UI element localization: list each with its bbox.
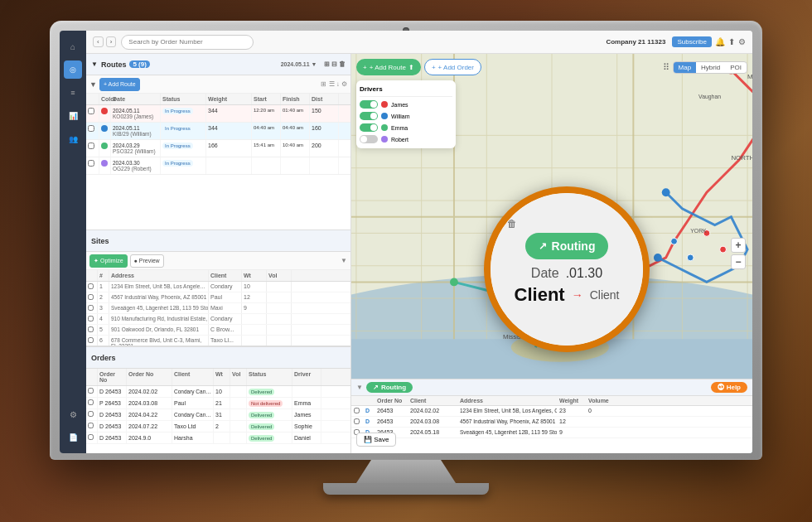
zoom-in-button[interactable]: + [731, 238, 746, 253]
site-row-2[interactable]: 2 4567 Industrial Way, Phoenix, AZ 85001… [86, 292, 350, 303]
routes-header: ▼ Routes 5 (9) 2024.05.11 ▼ ⊞ ⊟ 🗑 [86, 54, 350, 75]
driver-row-4: Robert [360, 133, 452, 145]
mini-table-header: Order No Client Address Weight Volume [351, 396, 752, 406]
order-row-1[interactable]: D 26453 2024.02.02 Condary Canada Inc 10… [86, 386, 350, 398]
share-icon[interactable]: ⬆ [728, 37, 735, 46]
grid-icon: ⠿ [663, 62, 669, 73]
zoom-out-button[interactable]: − [731, 254, 746, 269]
sidebar-icon-list[interactable]: ≡ [64, 84, 82, 102]
company-label: Company 21 11323 [606, 38, 665, 46]
sites-title: Sites [91, 237, 109, 245]
add-route-map-button[interactable]: + + Add Route ⬆ [356, 59, 421, 75]
svg-text:Markham: Markham [747, 73, 752, 80]
help-button[interactable]: ⓵ Help [711, 382, 747, 393]
sidebar-icon-settings[interactable]: ⚙ [64, 405, 82, 423]
subscribe-button[interactable]: Subscribe [672, 36, 712, 47]
svg-text:Mississauga: Mississauga [503, 333, 539, 341]
svg-text:Toronto: Toronto [535, 280, 558, 288]
col-distance: Dist [310, 94, 339, 104]
svg-point-26 [450, 278, 458, 287]
map-container[interactable]: Markham Vaughan NORTH YORK YORK Nashvill… [351, 54, 752, 453]
route-row-1[interactable]: 2024.05.11KO0239 (James) In Progress 344… [86, 105, 350, 123]
sidebar-icon-home[interactable]: ⌂ [64, 37, 82, 56]
monitor-base [323, 483, 489, 495]
sites-filter-icon[interactable]: ▼ [341, 257, 347, 264]
mini-panel-header: ▼ ↗ Routing ⓵ Help [351, 379, 752, 396]
optimize-button[interactable]: ✦ Optimize [89, 254, 128, 268]
col-color: Color [99, 94, 111, 104]
driver-name-1: James [391, 102, 408, 108]
map-type-map[interactable]: Map [674, 62, 697, 73]
col-status: Status [161, 94, 206, 104]
nav-back-button[interactable]: ‹ [93, 36, 104, 47]
right-panel: Markham Vaughan NORTH YORK YORK Nashvill… [351, 54, 752, 453]
order-row-2[interactable]: P 26453 2024.03.08 Paul 21 Not delivered… [86, 398, 350, 409]
driver-toggle-1[interactable] [360, 100, 378, 109]
route-row-2[interactable]: 2024.05.11KIB/29 (William) In Progress 3… [86, 123, 350, 140]
site-row-5[interactable]: 5 901 Oakwood Dr, Orlando, FL 32801 C Br… [86, 325, 350, 336]
order-row-4[interactable]: D 26453 2024.07.22 Taxo Ltd 2 Delivered … [86, 421, 350, 433]
map-type-hybrid[interactable]: Hybrid [696, 62, 725, 73]
filter-icon[interactable]: ▼ [89, 80, 97, 89]
filter-icon-mini[interactable]: ▼ [356, 384, 363, 391]
save-button[interactable]: 💾 Save [356, 433, 396, 447]
driver-color-3 [381, 124, 388, 131]
nav-forward-button[interactable]: › [106, 36, 117, 47]
sidebar-icon-map[interactable]: ◎ [64, 60, 82, 79]
add-order-map-button[interactable]: + + Add Order [424, 59, 481, 75]
route-row-4[interactable]: 2024.03.30OG229 (Robert) In Progress [86, 157, 350, 175]
routes-section: ▼ Routes 5 (9) 2024.05.11 ▼ ⊞ ⊟ 🗑 ▼ + [86, 54, 350, 230]
screen: ⌂ ◎ ≡ 📊 👥 ⚙ 📄 ‹ › [60, 31, 752, 453]
drivers-panel: Drivers James Willi [356, 80, 456, 148]
monitor-stand [356, 460, 456, 483]
sites-header: Sites [86, 230, 350, 252]
monitor-shell: ⌂ ◎ ≡ 📊 👥 ⚙ 📄 ‹ › [50, 21, 762, 501]
top-bar-actions: Company 21 11323 Subscribe 🔔 ⬆ ⚙ [606, 36, 746, 47]
col-date: Date [111, 94, 161, 104]
sites-toolbar: ✦ Optimize ● Preview ▼ [86, 252, 350, 270]
view-icons: ⊞ ⊟ 🗑 [324, 60, 346, 68]
sidebar-icon-docs[interactable]: 📄 [64, 428, 82, 447]
routes-table-header: Color Date Status Weight Start Finish Di… [86, 94, 350, 105]
order-row-5[interactable]: D 26453 2024.9.0 Harsha Delivered Daniel [86, 433, 350, 444]
site-row-4[interactable]: 4 910 Manufacturing Rd, Industrial Estat… [86, 314, 350, 325]
mini-row-1[interactable]: D 26453 2024.02.02 1234 Elm Street, Unit… [351, 406, 752, 417]
zoom-controls: + − [731, 238, 746, 269]
site-row-6[interactable]: 6 678 Commerce Blvd, Unit C-3, Miami, FL… [86, 336, 350, 346]
routing-badge: ↗ Routing [366, 382, 413, 393]
col-weight: Weight [206, 94, 252, 104]
routes-title: ▼ [91, 60, 98, 68]
sidebar-nav: ⌂ ◎ ≡ 📊 👥 ⚙ 📄 [60, 31, 86, 453]
bell-icon[interactable]: 🔔 [715, 37, 725, 46]
sites-table: # Address Client Wt Vol 1 [86, 270, 350, 346]
add-route-button[interactable]: + Add Route [99, 78, 140, 91]
search-input[interactable] [121, 35, 254, 50]
site-row-1[interactable]: 1 1234 Elm Street, Unit 5B, Los Angeles,… [86, 282, 350, 292]
sidebar-icon-chart[interactable]: 📊 [64, 107, 82, 125]
add-order-icon: + [432, 64, 436, 71]
route-row-3[interactable]: 2024.03.29PSO322 (William) In Progress 1… [86, 140, 350, 157]
driver-toggle-3[interactable] [360, 123, 378, 132]
upload-icon: ⬆ [408, 64, 414, 71]
site-row-3[interactable]: 3 Sveaägen 45, Lägenhet 12B, 113 59 Stoc… [86, 303, 350, 314]
order-row-3[interactable]: D 26453 2024.04.22 Condary Canada Inc 31… [86, 409, 350, 421]
orders-title: Orders [91, 354, 116, 362]
map-type-poi[interactable]: POI [725, 62, 747, 73]
settings-icon[interactable]: ⚙ [738, 37, 746, 46]
orders-section: Orders Order No Order No Client Wt [86, 346, 350, 453]
mini-row-2[interactable]: D 26453 2024.03.08 4567 Industrial Way, … [351, 417, 752, 428]
mini-row-3[interactable]: D 26453 2024.05.18 Sveaägen 45, Lägenhet… [351, 428, 752, 438]
svg-point-27 [539, 327, 548, 336]
app-layout: ⌂ ◎ ≡ 📊 👥 ⚙ 📄 ‹ › [60, 31, 752, 453]
svg-text:Nashville: Nashville [527, 211, 554, 219]
svg-text:NORTH YORK: NORTH YORK [731, 154, 752, 162]
driver-toggle-2[interactable] [360, 112, 378, 120]
driver-color-1 [381, 101, 388, 108]
sidebar-icon-people[interactable]: 👥 [64, 130, 82, 148]
routes-table: Color Date Status Weight Start Finish Di… [86, 94, 350, 230]
svg-point-31 [671, 238, 678, 244]
driver-name-2: William [391, 114, 410, 119]
preview-button[interactable]: ● Preview [130, 254, 164, 268]
save-btn-area: 💾 Save [356, 433, 396, 447]
driver-toggle-4[interactable] [360, 135, 378, 143]
